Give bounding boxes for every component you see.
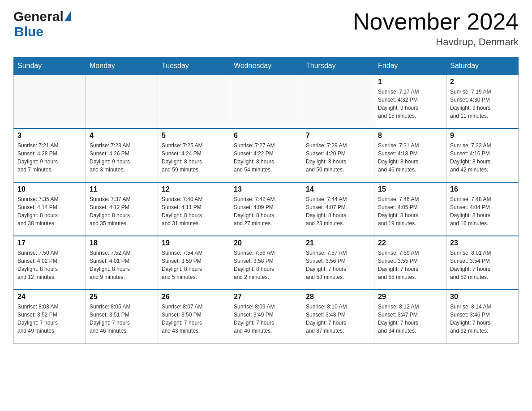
day-number: 20 — [234, 239, 298, 247]
day-number: 30 — [450, 293, 515, 301]
day-sun-info: Sunrise: 7:25 AMSunset: 4:24 PMDaylight:… — [162, 141, 226, 174]
calendar-cell: 10Sunrise: 7:35 AMSunset: 4:14 PMDayligh… — [14, 182, 86, 236]
day-number: 6 — [234, 132, 298, 140]
calendar-cell — [302, 75, 374, 128]
day-number: 27 — [234, 293, 298, 301]
weekday-header-sunday: Sunday — [14, 57, 86, 75]
calendar-cell: 17Sunrise: 7:50 AMSunset: 4:02 PMDayligh… — [14, 236, 86, 290]
day-sun-info: Sunrise: 7:35 AMSunset: 4:14 PMDaylight:… — [17, 195, 82, 227]
title-area: November 2024 Havdrup, Denmark — [353, 9, 519, 48]
week-row-1: 1Sunrise: 7:17 AMSunset: 4:32 PMDaylight… — [14, 75, 519, 128]
logo-general-text: General — [13, 9, 64, 24]
calendar-cell — [230, 75, 302, 128]
week-row-3: 10Sunrise: 7:35 AMSunset: 4:14 PMDayligh… — [14, 182, 519, 236]
calendar-cell: 4Sunrise: 7:23 AMSunset: 4:26 PMDaylight… — [86, 128, 158, 182]
day-sun-info: Sunrise: 7:27 AMSunset: 4:22 PMDaylight:… — [234, 141, 298, 174]
day-sun-info: Sunrise: 7:21 AMSunset: 4:28 PMDaylight:… — [17, 141, 82, 174]
calendar-cell: 20Sunrise: 7:56 AMSunset: 3:58 PMDayligh… — [230, 236, 302, 290]
calendar-cell: 29Sunrise: 8:12 AMSunset: 3:47 PMDayligh… — [374, 290, 446, 343]
day-sun-info: Sunrise: 7:31 AMSunset: 4:18 PMDaylight:… — [378, 141, 442, 174]
day-sun-info: Sunrise: 8:12 AMSunset: 3:47 PMDaylight:… — [378, 303, 442, 335]
calendar-cell: 19Sunrise: 7:54 AMSunset: 3:59 PMDayligh… — [158, 236, 230, 290]
day-sun-info: Sunrise: 7:52 AMSunset: 4:01 PMDaylight:… — [90, 249, 154, 281]
calendar-cell: 1Sunrise: 7:17 AMSunset: 4:32 PMDaylight… — [374, 75, 446, 128]
calendar-cell: 8Sunrise: 7:31 AMSunset: 4:18 PMDaylight… — [374, 128, 446, 182]
day-sun-info: Sunrise: 8:03 AMSunset: 3:52 PMDaylight:… — [17, 303, 82, 335]
calendar-table: SundayMondayTuesdayWednesdayThursdayFrid… — [13, 57, 519, 344]
day-sun-info: Sunrise: 7:56 AMSunset: 3:58 PMDaylight:… — [234, 249, 298, 281]
day-number: 22 — [378, 239, 442, 247]
day-number: 14 — [306, 185, 370, 193]
day-number: 29 — [378, 293, 442, 301]
calendar-cell: 23Sunrise: 8:01 AMSunset: 3:54 PMDayligh… — [446, 236, 519, 290]
weekday-header-saturday: Saturday — [446, 57, 519, 75]
calendar-cell: 27Sunrise: 8:09 AMSunset: 3:49 PMDayligh… — [230, 290, 302, 343]
calendar-cell: 14Sunrise: 7:44 AMSunset: 4:07 PMDayligh… — [302, 182, 374, 236]
day-sun-info: Sunrise: 7:40 AMSunset: 4:11 PMDaylight:… — [162, 195, 226, 227]
calendar-cell — [86, 75, 158, 128]
weekday-header-friday: Friday — [374, 57, 446, 75]
calendar-cell: 6Sunrise: 7:27 AMSunset: 4:22 PMDaylight… — [230, 128, 302, 182]
day-number: 7 — [306, 132, 370, 140]
day-number: 16 — [450, 185, 515, 193]
weekday-header-wednesday: Wednesday — [230, 57, 302, 75]
day-number: 5 — [162, 132, 226, 140]
calendar-cell: 18Sunrise: 7:52 AMSunset: 4:01 PMDayligh… — [86, 236, 158, 290]
calendar-cell: 11Sunrise: 7:37 AMSunset: 4:12 PMDayligh… — [86, 182, 158, 236]
day-sun-info: Sunrise: 7:17 AMSunset: 4:32 PMDaylight:… — [378, 88, 442, 120]
header: General Blue November 2024 Havdrup, Denm… — [13, 9, 519, 48]
day-sun-info: Sunrise: 8:10 AMSunset: 3:48 PMDaylight:… — [306, 303, 370, 335]
day-sun-info: Sunrise: 7:57 AMSunset: 3:56 PMDaylight:… — [306, 249, 370, 281]
calendar-cell: 30Sunrise: 8:14 AMSunset: 3:46 PMDayligh… — [446, 290, 519, 343]
calendar-cell: 7Sunrise: 7:29 AMSunset: 4:20 PMDaylight… — [302, 128, 374, 182]
day-number: 28 — [306, 293, 370, 301]
calendar-cell: 25Sunrise: 8:05 AMSunset: 3:51 PMDayligh… — [86, 290, 158, 343]
calendar-cell: 5Sunrise: 7:25 AMSunset: 4:24 PMDaylight… — [158, 128, 230, 182]
calendar-cell — [158, 75, 230, 128]
day-number: 11 — [90, 185, 154, 193]
day-number: 3 — [17, 132, 82, 140]
calendar-cell: 16Sunrise: 7:48 AMSunset: 4:04 PMDayligh… — [446, 182, 519, 236]
calendar-cell: 26Sunrise: 8:07 AMSunset: 3:50 PMDayligh… — [158, 290, 230, 343]
day-sun-info: Sunrise: 7:19 AMSunset: 4:30 PMDaylight:… — [450, 88, 515, 120]
day-sun-info: Sunrise: 7:46 AMSunset: 4:05 PMDaylight:… — [378, 195, 442, 227]
calendar-cell: 28Sunrise: 8:10 AMSunset: 3:48 PMDayligh… — [302, 290, 374, 343]
day-sun-info: Sunrise: 8:09 AMSunset: 3:49 PMDaylight:… — [234, 303, 298, 335]
calendar-cell — [14, 75, 86, 128]
day-number: 23 — [450, 239, 515, 247]
day-number: 9 — [450, 132, 515, 140]
day-number: 21 — [306, 239, 370, 247]
calendar-cell: 9Sunrise: 7:33 AMSunset: 4:16 PMDaylight… — [446, 128, 519, 182]
day-sun-info: Sunrise: 7:50 AMSunset: 4:02 PMDaylight:… — [17, 249, 82, 281]
day-number: 25 — [90, 293, 154, 301]
calendar-cell: 21Sunrise: 7:57 AMSunset: 3:56 PMDayligh… — [302, 236, 374, 290]
logo: General Blue — [13, 9, 71, 39]
day-sun-info: Sunrise: 7:54 AMSunset: 3:59 PMDaylight:… — [162, 249, 226, 281]
month-year-title: November 2024 — [353, 9, 519, 34]
day-sun-info: Sunrise: 8:01 AMSunset: 3:54 PMDaylight:… — [450, 249, 515, 281]
day-sun-info: Sunrise: 7:29 AMSunset: 4:20 PMDaylight:… — [306, 141, 370, 174]
day-sun-info: Sunrise: 7:59 AMSunset: 3:55 PMDaylight:… — [378, 249, 442, 281]
calendar-cell: 15Sunrise: 7:46 AMSunset: 4:05 PMDayligh… — [374, 182, 446, 236]
weekday-header-monday: Monday — [86, 57, 158, 75]
calendar-cell: 22Sunrise: 7:59 AMSunset: 3:55 PMDayligh… — [374, 236, 446, 290]
day-number: 1 — [378, 78, 442, 86]
day-number: 26 — [162, 293, 226, 301]
day-number: 19 — [162, 239, 226, 247]
day-number: 12 — [162, 185, 226, 193]
day-sun-info: Sunrise: 8:05 AMSunset: 3:51 PMDaylight:… — [90, 303, 154, 335]
day-sun-info: Sunrise: 7:23 AMSunset: 4:26 PMDaylight:… — [90, 141, 154, 174]
day-sun-info: Sunrise: 7:44 AMSunset: 4:07 PMDaylight:… — [306, 195, 370, 227]
day-sun-info: Sunrise: 7:33 AMSunset: 4:16 PMDaylight:… — [450, 141, 515, 174]
calendar-cell: 3Sunrise: 7:21 AMSunset: 4:28 PMDaylight… — [14, 128, 86, 182]
day-sun-info: Sunrise: 8:14 AMSunset: 3:46 PMDaylight:… — [450, 303, 515, 335]
calendar-cell: 12Sunrise: 7:40 AMSunset: 4:11 PMDayligh… — [158, 182, 230, 236]
day-number: 4 — [90, 132, 154, 140]
day-sun-info: Sunrise: 7:48 AMSunset: 4:04 PMDaylight:… — [450, 195, 515, 227]
day-number: 17 — [17, 239, 82, 247]
week-row-5: 24Sunrise: 8:03 AMSunset: 3:52 PMDayligh… — [14, 290, 519, 343]
logo-blue-text: Blue — [14, 24, 43, 39]
day-number: 24 — [17, 293, 82, 301]
day-sun-info: Sunrise: 7:42 AMSunset: 4:09 PMDaylight:… — [234, 195, 298, 227]
day-number: 8 — [378, 132, 442, 140]
